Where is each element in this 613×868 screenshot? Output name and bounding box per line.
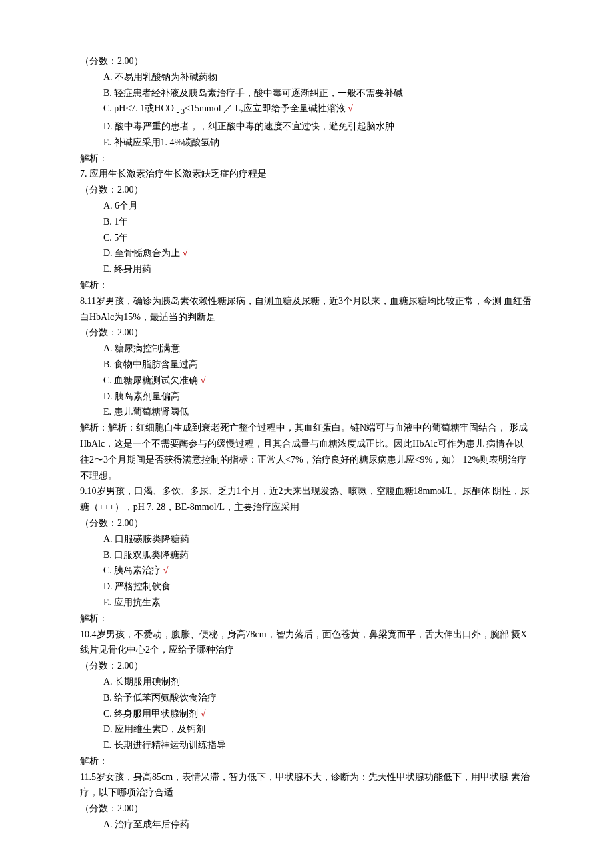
q10-option-a: A. 长期服用碘制剂 <box>80 674 533 690</box>
q8-c-pre: C. 血糖尿糖测试欠准确 <box>94 375 201 385</box>
q10-c-pre: C. 终身服用甲状腺制剂 <box>94 709 201 719</box>
q9-score: （分数：2.00） <box>80 515 533 531</box>
q7-option-a: A. 6个月 <box>80 198 533 214</box>
q11-stem: 11.5岁女孩，身高85cm，表情呆滞，智力低下，甲状腺不大，诊断为：先天性甲状… <box>80 769 533 801</box>
q9-option-d: D. 严格控制饮食 <box>80 579 533 595</box>
q8-option-a: A. 糖尿病控制满意 <box>80 341 533 357</box>
q8-analysis: 解析：解析：红细胞自生成到衰老死亡整个过程中，其血红蛋白。链N端可与血液中的葡萄… <box>80 420 533 483</box>
q7-stem: 7. 应用生长激素治疗生长激素缺乏症的疗程是 <box>80 166 533 182</box>
q9-option-a: A. 口服磺胺类降糖药 <box>80 531 533 547</box>
q6-option-d: D. 酸中毒严重的患者，，纠正酸中毒的速度不宜过快，避免引起脑水肿 <box>80 119 533 135</box>
q10-option-c: C. 终身服用甲状腺制剂 √ <box>80 706 533 722</box>
q11-option-a: A. 治疗至成年后停药 <box>80 817 533 833</box>
q10-option-b: B. 给予低苯丙氨酸饮食治疗 <box>80 690 533 706</box>
q7-analysis: 解析： <box>80 277 533 293</box>
q7-d-pre: D. 至骨骺愈合为止 <box>94 248 183 258</box>
q9-c-pre: C. 胰岛素治疗 <box>94 565 163 575</box>
q6-option-b: B. 轻症患者经补液及胰岛素治疗手，酸中毒可逐渐纠正，一般不需要补碱 <box>80 85 533 101</box>
q6-c-post: <15mmol ／ L,应立即给予全量碱性溶液 <box>185 103 348 113</box>
q6-c-sub: - 3 <box>176 107 185 116</box>
q10-analysis: 解析： <box>80 753 533 769</box>
q6-option-a: A. 不易用乳酸钠为补碱药物 <box>80 69 533 85</box>
q7-option-b: B. 1年 <box>80 214 533 230</box>
correct-mark-icon: √ <box>201 375 206 385</box>
q6-score: （分数：2.00） <box>80 53 533 69</box>
q8-option-c: C. 血糖尿糖测试欠准确 √ <box>80 373 533 389</box>
q8-option-e: E. 患儿葡萄糖肾阈低 <box>80 404 533 420</box>
correct-mark-icon: √ <box>348 103 353 113</box>
correct-mark-icon: √ <box>201 709 206 719</box>
q6-analysis: 解析： <box>80 151 533 167</box>
q7-option-e: E. 终身用药 <box>80 261 533 277</box>
q11-score: （分数：2.00） <box>80 801 533 817</box>
q8-option-d: D. 胰岛素剂量偏高 <box>80 389 533 405</box>
correct-mark-icon: √ <box>163 565 169 575</box>
q7-option-d: D. 至骨骺愈合为止 √ <box>80 245 533 261</box>
q10-option-e: E. 长期进行精神运动训练指导 <box>80 737 533 753</box>
q10-score: （分数：2.00） <box>80 658 533 674</box>
q10-option-d: D. 应用维生素D，及钙剂 <box>80 721 533 737</box>
q8-option-b: B. 食物中脂肪含量过高 <box>80 357 533 373</box>
q9-analysis: 解析： <box>80 611 533 627</box>
q9-stem: 9.10岁男孩，口渴、多饮、多尿、乏力1个月，近2天来出现发热、咳嗽，空腹血糖1… <box>80 483 533 515</box>
q8-stem: 8.11岁男孩，确诊为胰岛素依赖性糖尿病，自测血糖及尿糖，近3个月以来，血糖尿糖… <box>80 293 533 325</box>
q6-option-e: E. 补碱应采用1. 4%碳酸氢钠 <box>80 135 533 151</box>
q9-option-b: B. 口服双胍类降糖药 <box>80 547 533 563</box>
q9-option-c: C. 胰岛素治疗 √ <box>80 563 533 579</box>
q6-option-c: C. pH<7. 1或HCO - 3<15mmol ／ L,应立即给予全量碱性溶… <box>80 101 533 119</box>
correct-mark-icon: √ <box>183 248 188 258</box>
q8-score: （分数：2.00） <box>80 325 533 341</box>
q6-c-pre: C. pH<7. 1或HCO <box>94 103 176 113</box>
q7-option-c: C. 5年 <box>80 230 533 246</box>
q7-score: （分数：2.00） <box>80 182 533 198</box>
q9-option-e: E. 应用抗生素 <box>80 595 533 611</box>
q10-stem: 10.4岁男孩，不爱动，腹胀、便秘，身高78cm，智力落后，面色苍黄，鼻梁宽而平… <box>80 627 533 659</box>
